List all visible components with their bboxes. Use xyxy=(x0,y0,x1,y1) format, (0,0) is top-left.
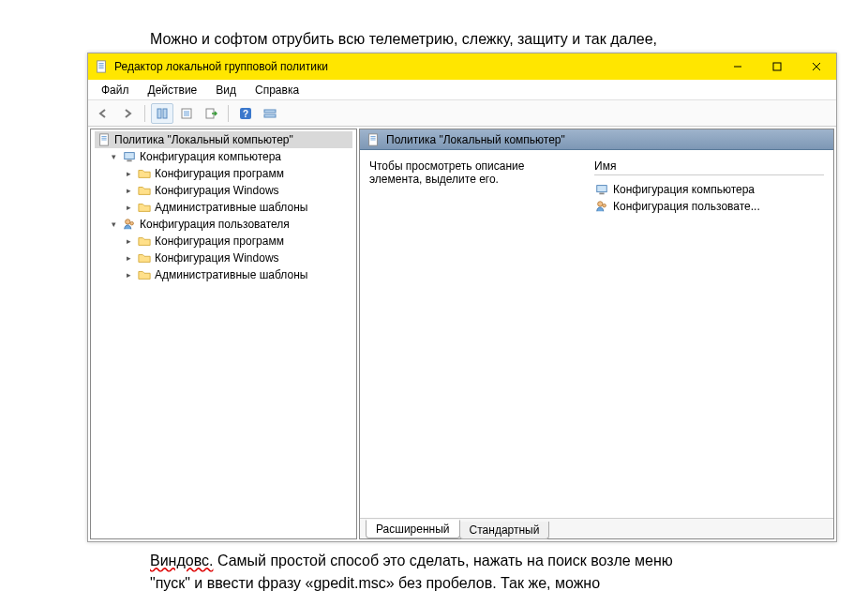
folder-icon xyxy=(137,200,152,215)
svg-rect-18 xyxy=(264,110,276,113)
view-tabs: Расширенный Стандартный xyxy=(360,518,833,538)
tab-extended[interactable]: Расширенный xyxy=(366,520,460,538)
window-title: Редактор локальной групповой политики xyxy=(114,60,718,73)
policy-icon xyxy=(366,132,381,147)
bg-word-windows: Виндовс. xyxy=(150,553,213,568)
tree-label: Административные шаблоны xyxy=(155,201,307,214)
svg-rect-24 xyxy=(125,153,135,159)
content-area: Политика "Локальный компьютер" ▾ Конфигу… xyxy=(88,127,836,541)
background-text-top: Можно и софтом отрубить всю телеметрию, … xyxy=(150,28,769,51)
description-column: Чтобы просмотреть описание элемента, выд… xyxy=(369,159,576,508)
tree-win-config-2[interactable]: ▸ Конфигурация Windows xyxy=(95,250,352,266)
user-icon xyxy=(594,199,609,214)
toolbar-separator xyxy=(228,105,229,122)
tree-label: Политика "Локальный компьютер" xyxy=(114,133,293,146)
tree-label: Конфигурация компьютера xyxy=(140,150,281,163)
computer-icon xyxy=(122,149,137,164)
details-header: Политика "Локальный компьютер" xyxy=(360,129,833,150)
user-icon xyxy=(122,217,137,232)
forward-button[interactable] xyxy=(116,103,139,124)
svg-text:?: ? xyxy=(243,109,248,119)
expand-icon[interactable]: ▸ xyxy=(123,269,134,280)
menu-help[interactable]: Справка xyxy=(247,82,307,98)
list-item-label: Конфигурация пользовате... xyxy=(613,200,760,213)
tree-label: Конфигурация программ xyxy=(155,235,284,248)
maximize-button[interactable] xyxy=(757,53,797,80)
svg-point-26 xyxy=(126,220,130,224)
back-button[interactable] xyxy=(92,103,114,124)
menu-view[interactable]: Вид xyxy=(208,82,244,98)
expand-icon[interactable]: ▸ xyxy=(123,168,134,179)
menubar: Файл Действие Вид Справка xyxy=(88,80,836,100)
toolbar-separator xyxy=(144,105,145,122)
svg-rect-19 xyxy=(264,114,276,117)
close-button[interactable] xyxy=(797,53,836,80)
app-icon xyxy=(94,59,109,74)
svg-point-34 xyxy=(598,202,603,206)
help-button[interactable]: ? xyxy=(234,103,257,124)
svg-point-35 xyxy=(603,204,606,207)
titlebar[interactable]: Редактор локальной групповой политики xyxy=(88,53,836,80)
svg-rect-9 xyxy=(157,109,161,118)
list-item-computer-config[interactable]: Конфигурация компьютера xyxy=(594,181,824,198)
menu-file[interactable]: Файл xyxy=(94,82,137,98)
tree-admin-templates-2[interactable]: ▸ Административные шаблоны xyxy=(95,266,352,283)
folder-icon xyxy=(137,250,152,265)
tree-label: Конфигурация Windows xyxy=(155,251,279,265)
tree-label: Административные шаблоны xyxy=(155,268,307,281)
window-controls xyxy=(718,53,836,80)
column-header-name[interactable]: Имя xyxy=(594,159,824,175)
tree-label: Конфигурация программ xyxy=(155,167,284,180)
properties-button[interactable] xyxy=(175,103,198,124)
tree-computer-config[interactable]: ▾ Конфигурация компьютера xyxy=(95,148,352,165)
description-text: Чтобы просмотреть описание элемента, выд… xyxy=(369,159,524,186)
tab-standard[interactable]: Стандартный xyxy=(459,522,550,539)
tree-prog-config-2[interactable]: ▸ Конфигурация программ xyxy=(95,233,352,250)
folder-icon xyxy=(137,267,152,282)
svg-rect-33 xyxy=(599,193,604,195)
list-item-user-config[interactable]: Конфигурация пользовате... xyxy=(594,198,824,215)
gpedit-window: Редактор локальной групповой политики Фа… xyxy=(87,53,837,542)
svg-rect-32 xyxy=(597,186,607,192)
filter-button[interactable] xyxy=(259,103,281,124)
expand-icon[interactable]: ▸ xyxy=(123,202,134,213)
expand-icon[interactable]: ▸ xyxy=(123,252,134,264)
svg-rect-25 xyxy=(127,160,131,162)
tree-label: Конфигурация пользователя xyxy=(140,218,290,231)
tree-user-config[interactable]: ▾ Конфигурация пользователя xyxy=(95,216,352,233)
list-column: Имя Конфигурация компьютера Конфигурация… xyxy=(594,159,824,508)
tree-root-node[interactable]: Политика "Локальный компьютер" xyxy=(95,131,352,148)
tree-pane[interactable]: Политика "Локальный компьютер" ▾ Конфигу… xyxy=(90,129,357,539)
menu-action[interactable]: Действие xyxy=(141,82,205,98)
folder-icon xyxy=(137,234,152,249)
list-item-label: Конфигурация компьютера xyxy=(613,183,755,196)
tree-win-config-1[interactable]: ▸ Конфигурация Windows xyxy=(95,182,352,199)
details-pane: Политика "Локальный компьютер" Чтобы про… xyxy=(359,129,834,539)
details-body: Чтобы просмотреть описание элемента, выд… xyxy=(360,150,833,518)
toolbar: ? xyxy=(88,100,836,127)
background-text-bottom: Виндовс. Самый простой способ это сделат… xyxy=(150,550,769,595)
details-header-text: Политика "Локальный компьютер" xyxy=(386,133,565,146)
svg-rect-6 xyxy=(773,63,781,70)
folder-icon xyxy=(137,183,152,198)
minimize-button[interactable] xyxy=(718,53,757,80)
svg-point-27 xyxy=(130,221,134,225)
up-level-button[interactable] xyxy=(151,103,173,124)
export-button[interactable] xyxy=(200,103,222,124)
collapse-icon[interactable]: ▾ xyxy=(108,219,119,230)
collapse-icon[interactable]: ▾ xyxy=(108,151,119,162)
svg-rect-10 xyxy=(163,109,167,118)
folder-icon xyxy=(137,166,152,181)
expand-icon[interactable]: ▸ xyxy=(123,185,134,196)
computer-icon xyxy=(594,182,609,197)
tree-prog-config-1[interactable]: ▸ Конфигурация программ xyxy=(95,165,352,182)
tree-admin-templates-1[interactable]: ▸ Административные шаблоны xyxy=(95,199,352,216)
policy-icon xyxy=(97,132,112,147)
tree-label: Конфигурация Windows xyxy=(155,184,279,197)
expand-icon[interactable]: ▸ xyxy=(123,235,134,247)
